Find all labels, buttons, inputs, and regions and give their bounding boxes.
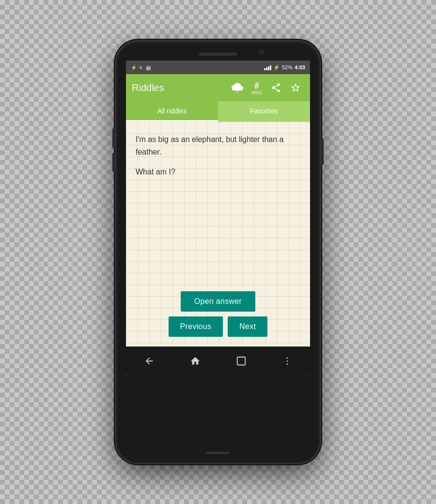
menu-icon	[282, 356, 293, 366]
app-bar: Riddles 2 # 4/911	[126, 74, 310, 101]
favorite-button[interactable]	[287, 79, 304, 96]
riddle-question: What am I?	[136, 166, 300, 178]
volume-up-button[interactable]	[112, 128, 115, 148]
status-left-icons: ⚡ ≡ 🤖	[131, 65, 151, 70]
phone-camera	[259, 50, 264, 55]
signal-bar-4	[270, 65, 271, 70]
home-button[interactable]	[183, 351, 207, 371]
android-icon: 🤖	[145, 65, 151, 70]
tab-all-riddles[interactable]: All riddles	[126, 101, 218, 122]
cloud-count: 2	[236, 89, 238, 94]
svg-rect-0	[237, 357, 245, 365]
cloud-button[interactable]: 2	[229, 79, 246, 96]
signal-bar-3	[268, 66, 269, 70]
open-answer-button[interactable]: Open answer	[181, 291, 255, 312]
app-bar-icons: 2 # 4/911	[229, 79, 304, 96]
tab-favorites[interactable]: Favorites	[218, 101, 310, 122]
back-button[interactable]	[137, 351, 161, 371]
signal-bar-1	[264, 68, 265, 70]
menu-button[interactable]	[275, 351, 299, 371]
riddle-position: 4/911	[251, 90, 263, 95]
battery-icon: ⚡	[273, 64, 280, 71]
next-button[interactable]: Next	[228, 316, 267, 337]
previous-button[interactable]: Previous	[169, 316, 223, 337]
usb-icon: ⚡	[131, 65, 137, 70]
app-title: Riddles	[132, 82, 229, 94]
riddle-number-button[interactable]: # 4/911	[248, 79, 265, 96]
volume-down-button[interactable]	[112, 153, 115, 172]
clock: 4:03	[295, 64, 305, 70]
power-button[interactable]	[321, 138, 324, 165]
signal-bars	[264, 64, 271, 70]
phone-device: ⚡ ≡ 🤖 ⚡ 52% 4:03 Riddles	[116, 41, 320, 463]
bottom-nav-bar	[126, 346, 310, 376]
phone-screen: ⚡ ≡ 🤖 ⚡ 52% 4:03 Riddles	[126, 61, 310, 376]
share-button[interactable]	[267, 79, 285, 96]
svg-point-1	[286, 357, 288, 359]
recents-icon	[236, 356, 247, 366]
share-icon	[271, 82, 281, 93]
hash-icon: #	[254, 81, 259, 91]
home-indicator	[206, 452, 230, 454]
home-icon	[190, 356, 201, 366]
star-icon	[290, 82, 301, 93]
network-icon: ≡	[140, 65, 142, 70]
nav-buttons-row: Previous Next	[169, 316, 268, 337]
signal-bar-2	[266, 67, 267, 70]
buttons-container: Open answer Previous Next	[136, 291, 300, 337]
battery-percent: 52%	[282, 64, 293, 70]
content-area: I'm as big as an elephant, but lighter t…	[126, 122, 310, 346]
phone-bottom	[206, 376, 230, 463]
tab-bar: All riddles Favorites	[126, 101, 310, 122]
svg-point-3	[286, 363, 288, 365]
status-right: ⚡ 52% 4:03	[264, 64, 305, 71]
phone-speaker	[199, 52, 237, 56]
riddle-text: I'm as big as an elephant, but lighter t…	[136, 133, 300, 158]
svg-point-2	[286, 361, 288, 362]
recents-button[interactable]	[229, 351, 253, 371]
status-bar: ⚡ ≡ 🤖 ⚡ 52% 4:03	[126, 61, 310, 74]
back-icon	[144, 356, 155, 366]
